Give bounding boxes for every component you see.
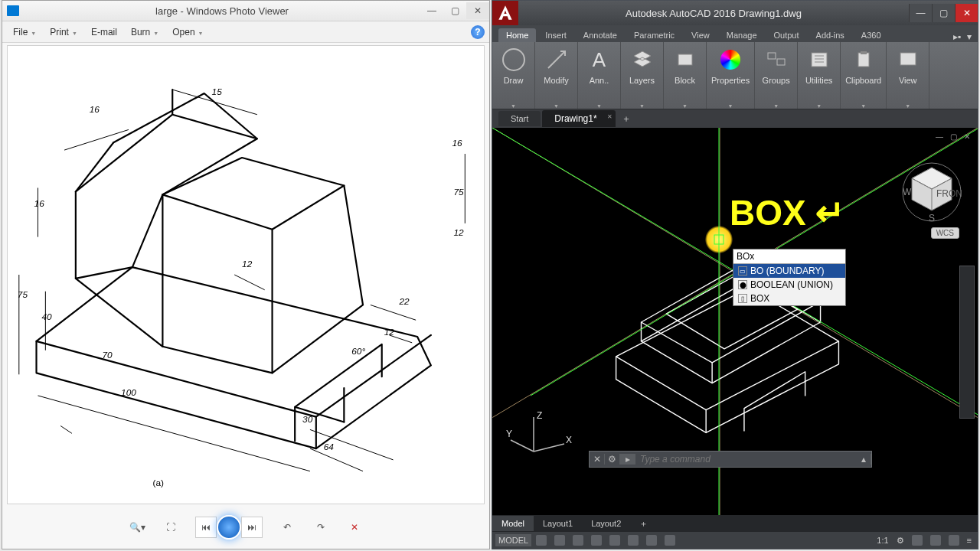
status-3dosnap-icon[interactable] [625, 533, 642, 547]
cmd-item-box[interactable]: ▯BOX [733, 292, 845, 305]
command-input[interactable] [635, 454, 856, 465]
text-icon: A [585, 45, 614, 74]
tab-output[interactable]: Output [766, 28, 807, 42]
pv-menu-print[interactable]: Print▼ [44, 24, 83, 41]
pv-maximize-button[interactable]: ▢ [443, 2, 466, 19]
pv-minimize-button[interactable]: — [420, 2, 443, 19]
photo-viewer-window: large - Windows Photo Viewer — ▢ ✕ File▼… [2, 0, 490, 549]
tab-a360[interactable]: A360 [854, 28, 889, 42]
ac-drawing-area[interactable]: — ▢ ✕ [492, 128, 978, 515]
panel-utilities[interactable]: Utilities▼ [798, 42, 841, 109]
layout-add-button[interactable]: ＋ [630, 515, 657, 533]
wcs-label[interactable]: WCS [931, 227, 959, 239]
layout-layout2[interactable]: Layout2 [582, 516, 630, 531]
ac-close-button[interactable]: ✕ [955, 4, 978, 22]
cmd-item-boundary[interactable]: ▭BO (BOUNDARY) [733, 264, 845, 278]
panel-modify[interactable]: Modify▼ [535, 42, 578, 109]
modify-icon [542, 45, 571, 74]
dim-12b: 12 [384, 327, 395, 337]
pv-menu-email[interactable]: E-mail [85, 24, 123, 41]
layout-layout1[interactable]: Layout1 [534, 516, 582, 531]
ac-minimize-button[interactable]: — [909, 4, 932, 22]
dim-70: 70 [102, 350, 113, 360]
pv-title: large - Windows Photo Viewer [24, 5, 420, 17]
svg-rect-7 [812, 53, 827, 67]
next-image-button[interactable]: ⏭ [241, 517, 263, 538]
cmdline-history-icon[interactable]: ▴ [856, 454, 871, 465]
status-ortho-icon[interactable] [570, 533, 586, 547]
ac-ribbon: Draw▼ Modify▼ A Ann..▼ Layers▼ Block▼ Pr… [492, 42, 978, 109]
panel-groups[interactable]: Groups▼ [755, 42, 798, 109]
viewcube[interactable]: FRONT S W [901, 161, 962, 223]
panel-properties[interactable]: Properties▼ [707, 42, 755, 109]
cmd-item-boolean[interactable]: ⬤BOOLEAN (UNION) [733, 278, 845, 292]
layout-model[interactable]: Model [492, 516, 534, 531]
ac-title: Autodesk AutoCAD 2016 Drawing1.dwg [518, 8, 909, 19]
filetab-add-button[interactable]: ＋ [617, 111, 635, 126]
status-scale[interactable]: 1:1 [874, 534, 891, 546]
svg-text:Z: Z [537, 410, 542, 421]
pv-menu-file[interactable]: File▼ [7, 24, 42, 41]
filetab-drawing1[interactable]: Drawing1*✕ [542, 110, 615, 127]
panel-annotation[interactable]: A Ann..▼ [578, 42, 621, 109]
tab-parametric[interactable]: Parametric [626, 28, 682, 42]
status-gear-icon[interactable]: ⚙ [893, 534, 907, 547]
status-osnap-icon[interactable] [606, 533, 623, 547]
ac-maximize-button[interactable]: ▢ [932, 4, 955, 22]
status-lwt-icon[interactable] [662, 533, 678, 547]
dim-16a: 16 [90, 104, 100, 115]
cmdline-config-icon[interactable]: ⚙ [605, 454, 620, 465]
autocad-window: Autodesk AutoCAD 2016 Drawing1.dwg — ▢ ✕… [492, 0, 978, 549]
navigation-bar[interactable] [959, 266, 975, 419]
pv-menu-open[interactable]: Open▼ [166, 24, 209, 41]
status-workspace-icon[interactable] [927, 533, 944, 547]
rotate-ccw-icon[interactable]: ↶ [278, 518, 296, 536]
svg-text:X: X [566, 435, 572, 445]
prev-image-button[interactable]: ⏮ [195, 517, 217, 538]
pv-menu-burn[interactable]: Burn▼ [125, 24, 165, 41]
tab-view[interactable]: View [684, 28, 717, 42]
filetab-close-icon[interactable]: ✕ [607, 113, 612, 120]
annotation-overlay: BOX ↵ [730, 192, 845, 233]
line-icon [499, 45, 528, 74]
cmdline-close-icon[interactable]: ✕ [590, 454, 605, 465]
tab-insert[interactable]: Insert [537, 28, 574, 42]
status-model[interactable]: MODEL [495, 534, 531, 546]
tab-home[interactable]: Home [498, 28, 536, 42]
panel-block[interactable]: Block▼ [664, 42, 707, 109]
status-customize-icon[interactable]: ≡ [964, 534, 975, 546]
svg-text:S: S [929, 213, 935, 223]
pv-nav-group: ⏮ ⏭ [195, 515, 263, 540]
status-otrack-icon[interactable] [643, 533, 660, 547]
command-input-inline[interactable]: BOx [733, 249, 845, 264]
status-anno-icon[interactable] [909, 533, 926, 547]
filetab-start[interactable]: Start [498, 111, 541, 126]
tab-extra-icons: ▸▪▾ [953, 31, 972, 42]
dim-75b: 75 [454, 187, 465, 197]
status-snap-icon[interactable] [551, 533, 568, 547]
properties-icon [716, 45, 745, 74]
status-polar-icon[interactable] [588, 533, 605, 547]
tab-manage[interactable]: Manage [719, 28, 765, 42]
panel-layers[interactable]: Layers▼ [621, 42, 664, 109]
pv-bottom-toolbar: 🔍▾ ⛶ ⏮ ⏭ ↶ ↷ ✕ [2, 510, 489, 544]
delete-button[interactable]: ✕ [345, 518, 364, 536]
autocad-app-icon[interactable] [492, 1, 518, 25]
svg-rect-1 [678, 54, 692, 65]
status-cleanscreen-icon[interactable] [946, 533, 962, 547]
panel-clipboard[interactable]: Clipboard▼ [841, 42, 887, 109]
panel-draw[interactable]: Draw▼ [492, 42, 535, 109]
tab-addins[interactable]: Add-ins [808, 28, 852, 42]
pv-help-icon[interactable]: ? [471, 25, 485, 39]
layout-tab-row: Model Layout1 Layout2 ＋ [492, 515, 978, 532]
rotate-cw-icon[interactable]: ↷ [312, 518, 330, 536]
dim-16b: 16 [34, 198, 45, 209]
fit-window-icon[interactable]: ⛶ [162, 518, 180, 536]
tab-annotate[interactable]: Annotate [576, 28, 625, 42]
isometric-drawing: 15 16 16 16 75 75 40 70 100 12 12 12 22 … [8, 46, 484, 504]
zoom-slider-icon[interactable]: 🔍▾ [128, 518, 146, 536]
status-grid-icon[interactable] [533, 533, 550, 547]
slideshow-button[interactable] [217, 515, 241, 540]
pv-close-button[interactable]: ✕ [466, 2, 489, 19]
panel-view[interactable]: View▼ [887, 42, 929, 109]
